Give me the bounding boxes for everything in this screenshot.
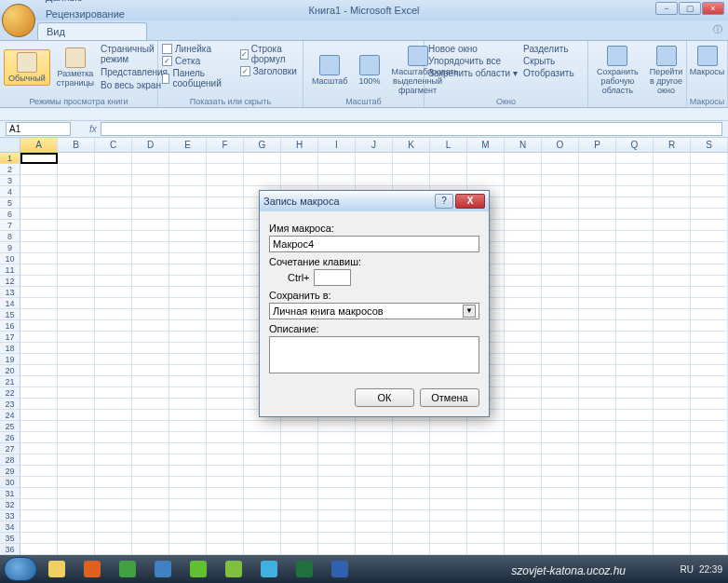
cell[interactable] [505, 242, 542, 253]
cell[interactable] [616, 544, 654, 555]
taskbar-icon-explorer[interactable] [41, 558, 73, 580]
cell[interactable] [691, 164, 728, 175]
cell[interactable] [654, 410, 691, 421]
cell[interactable] [691, 499, 728, 510]
tab-рецензирование[interactable]: Рецензирование [37, 6, 147, 22]
column-header[interactable]: H [281, 138, 318, 152]
row-header[interactable]: 18 [0, 343, 20, 354]
cell[interactable] [20, 320, 58, 332]
cell[interactable] [505, 153, 542, 164]
cell[interactable] [132, 164, 169, 175]
cell[interactable] [393, 477, 430, 488]
cell[interactable] [58, 209, 95, 220]
cell[interactable] [132, 387, 169, 399]
cell[interactable] [58, 365, 95, 376]
cell[interactable] [132, 354, 169, 365]
cell[interactable] [393, 533, 430, 544]
cell[interactable] [467, 544, 505, 555]
cell[interactable] [691, 354, 728, 365]
row-header[interactable]: 33 [0, 510, 20, 522]
cell[interactable] [95, 242, 132, 253]
cell[interactable] [505, 376, 542, 387]
cell[interactable] [207, 320, 244, 332]
cell[interactable] [542, 209, 579, 220]
cell[interactable] [318, 522, 356, 533]
cell[interactable] [132, 421, 169, 432]
cell[interactable] [542, 421, 579, 432]
cell[interactable] [20, 231, 58, 242]
cell[interactable] [132, 242, 169, 253]
cell[interactable] [281, 544, 318, 555]
cell[interactable] [430, 510, 467, 522]
cell[interactable] [169, 488, 207, 499]
cell[interactable] [542, 320, 579, 332]
cell[interactable] [691, 197, 728, 209]
split-button[interactable]: Разделить [523, 43, 574, 55]
cell[interactable] [58, 264, 95, 276]
cell[interactable] [616, 510, 654, 522]
cell[interactable] [356, 488, 393, 499]
cell[interactable] [207, 410, 244, 421]
cell[interactable] [616, 432, 654, 443]
taskbar-icon-excel[interactable] [289, 558, 320, 580]
cell[interactable] [505, 488, 542, 499]
cell[interactable] [616, 175, 654, 186]
cell[interactable] [691, 287, 728, 298]
cell[interactable] [393, 544, 430, 555]
cell[interactable] [207, 477, 244, 488]
cell[interactable] [356, 533, 393, 544]
cell[interactable] [542, 175, 579, 186]
cell[interactable] [616, 264, 654, 276]
cell[interactable] [95, 197, 132, 209]
cell[interactable] [579, 544, 616, 555]
cell[interactable] [95, 432, 132, 443]
cell[interactable] [654, 153, 691, 164]
cell[interactable] [393, 175, 430, 186]
cell[interactable] [281, 175, 318, 186]
cell[interactable] [169, 477, 207, 488]
cell[interactable] [132, 466, 169, 477]
cell[interactable] [318, 432, 356, 443]
cell[interactable] [616, 153, 654, 164]
cell[interactable] [20, 276, 58, 287]
cell[interactable] [169, 399, 207, 410]
cell[interactable] [616, 298, 654, 309]
cell[interactable] [95, 264, 132, 276]
cell[interactable] [356, 510, 393, 522]
column-header[interactable]: S [691, 138, 728, 152]
cell[interactable] [244, 443, 281, 454]
dialog-help-button[interactable]: ? [435, 194, 453, 209]
cell[interactable] [579, 499, 616, 510]
cell[interactable] [20, 533, 58, 544]
cell[interactable] [20, 454, 58, 466]
row-header[interactable]: 32 [0, 499, 20, 510]
cell[interactable] [95, 376, 132, 387]
cell[interactable] [58, 298, 95, 309]
cell[interactable] [616, 197, 654, 209]
cell[interactable] [20, 220, 58, 231]
cell[interactable] [95, 421, 132, 432]
cell[interactable] [542, 499, 579, 510]
cell[interactable] [393, 488, 430, 499]
tray-lang[interactable]: RU [681, 564, 694, 575]
cell[interactable] [20, 354, 58, 365]
column-header[interactable]: I [318, 138, 356, 152]
cell[interactable] [430, 477, 467, 488]
cell[interactable] [95, 387, 132, 399]
taskbar-icon-qip[interactable] [182, 558, 214, 580]
cell[interactable] [505, 264, 542, 276]
cell[interactable] [207, 533, 244, 544]
cell[interactable] [95, 533, 132, 544]
cell[interactable] [132, 209, 169, 220]
cell[interactable] [579, 231, 616, 242]
row-header[interactable]: 21 [0, 376, 20, 387]
cell[interactable] [691, 421, 728, 432]
cell[interactable] [616, 466, 654, 477]
cell[interactable] [169, 387, 207, 399]
cell[interactable] [616, 477, 654, 488]
cell[interactable] [95, 298, 132, 309]
column-header[interactable]: M [467, 138, 505, 152]
cell[interactable] [244, 466, 281, 477]
cell[interactable] [467, 510, 505, 522]
cell[interactable] [169, 264, 207, 276]
